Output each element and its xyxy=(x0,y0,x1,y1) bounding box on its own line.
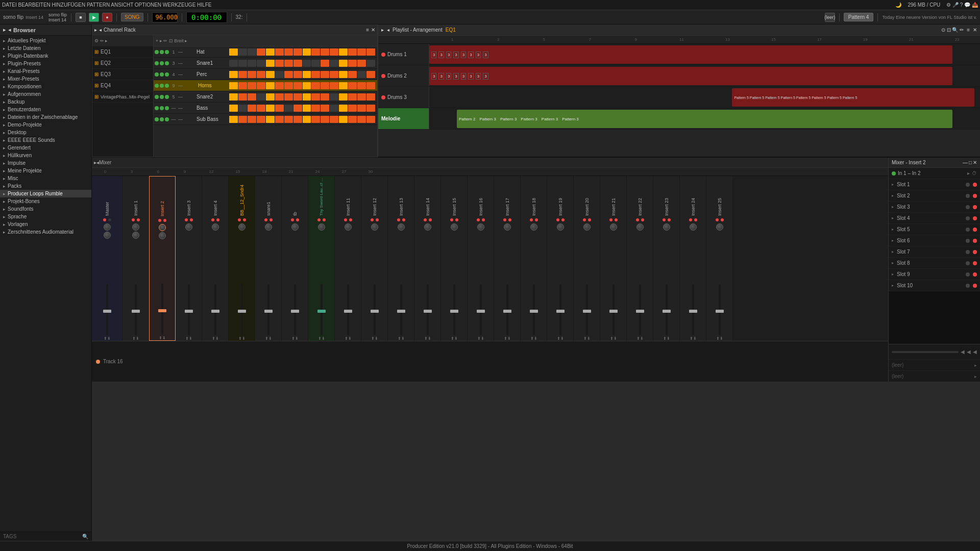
browser-item-19[interactable]: ▸Packs xyxy=(0,182,91,190)
ch-led3-bass[interactable] xyxy=(165,106,169,110)
playlist-menu[interactable]: ≡ xyxy=(967,27,970,33)
ch-led3-hat[interactable] xyxy=(165,50,169,54)
browser-item-8[interactable]: ▸Backup xyxy=(0,98,91,106)
insert-slot-10[interactable]: ▸ Slot 10 xyxy=(889,280,980,291)
bb-thumb[interactable] xyxy=(238,310,246,313)
step-1[interactable] xyxy=(229,48,238,56)
step-16[interactable] xyxy=(366,48,375,56)
insert-slot-1[interactable]: ▸ Slot 1 xyxy=(889,179,980,190)
ch-led2-snare2[interactable] xyxy=(160,95,164,99)
insert3-thumb[interactable] xyxy=(185,310,193,313)
track-content-drums2[interactable]: 3 3 3 3 3 3 3 3 xyxy=(429,65,980,86)
ch-led3-snare1[interactable] xyxy=(165,61,169,65)
browser-expand-icon[interactable]: ▸ xyxy=(3,27,6,33)
ch-name-subbass[interactable]: Sub Bass xyxy=(197,116,227,122)
insert2-arrows[interactable]: ⬆⬇ xyxy=(159,336,166,340)
insert-slot-6[interactable]: ▸ Slot 6 xyxy=(889,235,980,246)
insert4-arrows[interactable]: ⬆⬇ xyxy=(212,336,219,341)
eq-item-eq2[interactable]: ⊞ EQ2 xyxy=(92,58,153,69)
ch-name-snare1[interactable]: Snare1 xyxy=(197,60,227,66)
ch-led2-bass[interactable] xyxy=(160,106,164,110)
master-arrows[interactable]: ⬆⬇ xyxy=(104,336,111,341)
step-11[interactable] xyxy=(321,48,329,56)
step-13[interactable] xyxy=(339,48,348,56)
ch-led2-perc[interactable] xyxy=(160,72,164,77)
step-10[interactable] xyxy=(311,48,320,56)
channel-rack-back[interactable]: ◂ xyxy=(99,27,102,33)
browser-item-16[interactable]: ▸Impulse xyxy=(0,159,91,167)
browser-item-24[interactable]: ▸Vorlagen xyxy=(0,220,91,228)
insert4-thumb[interactable] xyxy=(211,310,219,313)
browser-item-17[interactable]: ▸Meine Projekte xyxy=(0,167,91,174)
browser-item-25[interactable]: ▸Zerschnittenes Audiomaterial xyxy=(0,228,91,236)
browser-back-icon[interactable]: ◂ xyxy=(8,27,11,33)
insert-slot-2[interactable]: ▸ Slot 2 xyxy=(889,190,980,202)
leer-dropdown-1[interactable]: (leer) ▸ xyxy=(889,359,980,370)
insert1-fader-thumb[interactable] xyxy=(132,310,140,313)
ch-led-snare2[interactable] xyxy=(155,95,159,99)
insert-volume-bar[interactable] xyxy=(892,351,959,353)
browser-item-14[interactable]: ▸Gerendert xyxy=(0,144,91,152)
master-knob-vol[interactable] xyxy=(104,232,111,239)
master-fader-thumb[interactable] xyxy=(103,310,111,313)
ch-led3-horns[interactable] xyxy=(165,84,169,88)
step-9[interactable] xyxy=(303,48,311,56)
browser-item-11[interactable]: ▸Demo-Projekte xyxy=(0,121,91,129)
mixer-insert-maximize[interactable]: □ xyxy=(969,160,972,165)
playlist-close[interactable]: ✕ xyxy=(973,27,977,33)
browser-item-1[interactable]: ▸Letzte Dateien xyxy=(0,44,91,52)
ch-led-perc[interactable] xyxy=(155,72,159,77)
track-content-drums3[interactable]: Pattern 5 Pattern 5 Pattern 5 Pattern 5 … xyxy=(429,87,980,108)
insert2-knob-vol[interactable] xyxy=(159,232,166,239)
insert-slot-9[interactable]: ▸ Slot 9 xyxy=(889,269,980,280)
record-button[interactable]: ● xyxy=(102,13,112,22)
ch-led3-perc[interactable] xyxy=(165,72,169,77)
insert2-knob-pan[interactable] xyxy=(159,224,166,231)
insert1-arrows[interactable]: ⬆⬇ xyxy=(132,336,139,341)
step-3[interactable] xyxy=(248,48,256,56)
track-content-melodie[interactable]: Pattern 2 Pattern 3 Pattern 3 Pattern 3 … xyxy=(429,108,980,129)
insert-slot-8[interactable]: ▸ Slot 8 xyxy=(889,258,980,269)
ch-led3-snare2[interactable] xyxy=(165,95,169,99)
ch-led2-subbass[interactable] xyxy=(160,117,164,121)
browser-item-4[interactable]: ▸Kanal-Presets xyxy=(0,67,91,75)
step-15[interactable] xyxy=(357,48,366,56)
browser-item-20[interactable]: ▸Producer Loops Rumble xyxy=(0,190,91,197)
ch-name-hat[interactable]: Hat xyxy=(197,49,227,55)
insert3-arrows[interactable]: ⬆⬇ xyxy=(185,336,192,341)
browser-item-22[interactable]: ▸Soundfonts xyxy=(0,205,91,213)
insert1-knob-vol[interactable] xyxy=(132,232,139,239)
insert1-knob-pan[interactable] xyxy=(132,223,139,231)
ch-led-hat[interactable] xyxy=(155,50,159,54)
mixer-insert-close[interactable]: ✕ xyxy=(973,160,977,165)
mixer-in-arrow[interactable]: ▸ xyxy=(967,170,970,176)
playlist-back[interactable]: ◂ xyxy=(387,27,389,33)
step-8[interactable] xyxy=(293,48,302,56)
leer-dropdown-2[interactable]: (leer) ▸ xyxy=(889,370,980,382)
ch-name-perc[interactable]: Perc xyxy=(197,71,227,77)
leer-button[interactable]: (leer) xyxy=(825,13,835,22)
step-7[interactable] xyxy=(284,48,293,56)
browser-item-3[interactable]: ▸Plugin-Presets xyxy=(0,60,91,67)
ch-name-bass[interactable]: Bass xyxy=(197,105,227,111)
insert4-knob[interactable] xyxy=(212,223,219,231)
insert-slot-3[interactable]: ▸ Slot 3 xyxy=(889,202,980,213)
ch-name-horns[interactable]: Horns xyxy=(197,82,227,89)
browser-item-7[interactable]: ▸Aufgenommen xyxy=(0,90,91,98)
stop-button[interactable]: ■ xyxy=(76,13,86,22)
insert3-knob[interactable] xyxy=(185,223,192,231)
step-6[interactable] xyxy=(275,48,284,56)
ch-led2-hat[interactable] xyxy=(160,50,164,54)
ch-led-snare1[interactable] xyxy=(155,61,159,65)
song-label[interactable]: SONG xyxy=(121,13,143,21)
track-content-drums1[interactable]: 3 3 3 3 3 3 3 3 xyxy=(429,44,980,65)
ch-led-horns[interactable] xyxy=(155,84,159,88)
ch-led-subbass[interactable] xyxy=(155,117,159,121)
insert-slot-5[interactable]: ▸ Slot 5 xyxy=(889,224,980,235)
step-4[interactable] xyxy=(257,48,265,56)
eq-item-eq1[interactable]: ⊞ EQ1 xyxy=(92,46,153,58)
play-button[interactable]: ▶ xyxy=(89,13,99,22)
pattern-button[interactable]: Pattern 4 xyxy=(844,13,874,21)
step-12[interactable] xyxy=(330,48,338,56)
step-2[interactable] xyxy=(238,48,247,56)
